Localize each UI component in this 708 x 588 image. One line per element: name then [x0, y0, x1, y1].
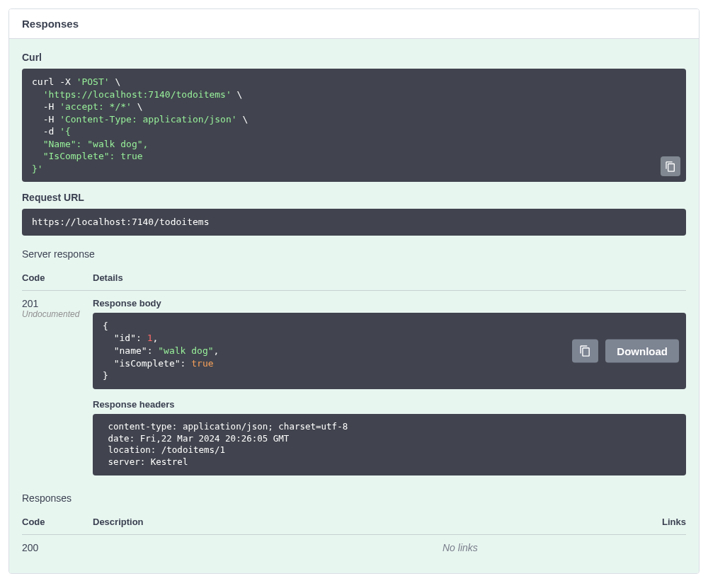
panel-body: Curl curl -X 'POST' \ 'https://localhost…	[9, 39, 699, 573]
responses-panel: Responses Curl curl -X 'POST' \ 'https:/…	[8, 8, 700, 574]
response-row: 201 Undocumented Response body { "id": 1…	[22, 290, 686, 485]
panel-title: Responses	[22, 18, 686, 30]
response-headers-block: content-type: application/json; charset=…	[93, 414, 686, 476]
curl-label: Curl	[22, 52, 686, 63]
clipboard-icon	[579, 345, 591, 357]
doc-status-code: 200	[22, 535, 93, 561]
response-body-block: { "id": 1, "name": "walk dog", "isComple…	[93, 313, 686, 389]
response-headers-text: content-type: application/json; charset=…	[103, 421, 353, 468]
curl-text: curl -X 'POST' \ 'https://localhost:7140…	[32, 76, 248, 174]
col-description: Description	[93, 509, 442, 535]
responses-table: Code Description Links 200 No links	[22, 509, 686, 560]
doc-description	[93, 535, 442, 561]
col-details: Details	[93, 265, 686, 291]
request-url-block: https://localhost:7140/todoitems	[22, 209, 686, 236]
copy-curl-button[interactable]	[661, 156, 680, 176]
col-code2: Code	[22, 509, 93, 535]
copy-body-button[interactable]	[572, 339, 598, 362]
responses-label: Responses	[22, 492, 686, 504]
status-cell: 201 Undocumented	[22, 290, 93, 485]
doc-links: No links	[442, 535, 686, 561]
request-url-label: Request URL	[22, 192, 686, 203]
response-body-text: { "id": 1, "name": "walk dog", "isComple…	[103, 321, 219, 381]
response-body-label: Response body	[93, 298, 686, 309]
response-headers-label: Response headers	[93, 399, 686, 410]
col-code: Code	[22, 265, 93, 291]
col-links: Links	[442, 509, 686, 535]
download-button[interactable]: Download	[605, 339, 679, 362]
undocumented-label: Undocumented	[22, 309, 93, 319]
response-body-buttons: Download	[572, 339, 679, 362]
request-url-value: https://localhost:7140/todoitems	[32, 217, 209, 227]
doc-response-row: 200 No links	[22, 535, 686, 561]
curl-code-block: curl -X 'POST' \ 'https://localhost:7140…	[22, 69, 686, 182]
status-code: 201	[22, 298, 93, 309]
server-response-table: Code Details 201 Undocumented Response b…	[22, 265, 686, 485]
clipboard-icon	[665, 161, 676, 173]
details-cell: Response body { "id": 1, "name": "walk d…	[93, 290, 686, 485]
panel-header: Responses	[9, 9, 699, 39]
server-response-label: Server response	[22, 248, 686, 260]
